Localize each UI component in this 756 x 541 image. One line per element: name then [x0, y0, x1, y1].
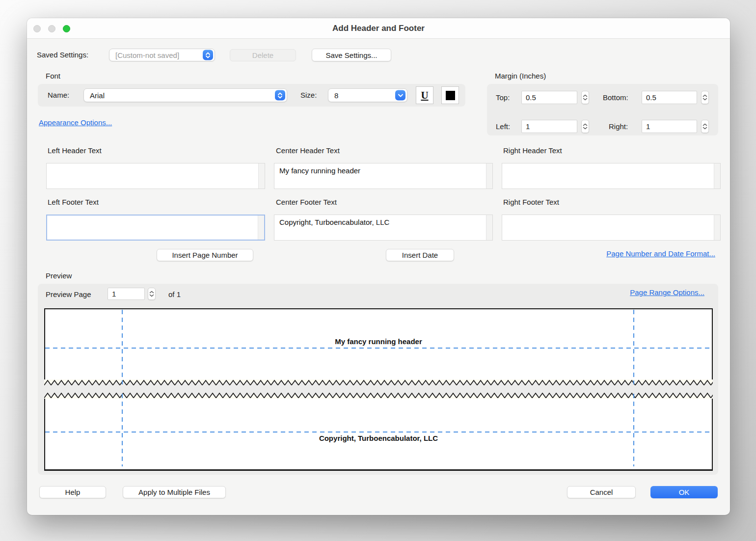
font-size-dropdown[interactable]: 8 [328, 88, 407, 102]
chevron-up-icon [583, 123, 588, 126]
left-margin-guide [122, 394, 123, 466]
margin-left-input[interactable] [521, 120, 577, 133]
title-bar: Add Header and Footer [27, 18, 730, 39]
right-margin-guide [633, 310, 634, 384]
right-footer-textarea[interactable] [502, 215, 721, 241]
torn-edge-top [44, 379, 713, 386]
help-button[interactable]: Help [39, 486, 106, 498]
chevron-up-icon [149, 291, 154, 294]
zoom-button[interactable] [63, 25, 70, 32]
margin-bottom-label: Bottom: [603, 91, 628, 104]
font-name-dropdown[interactable]: Arial [83, 88, 287, 102]
font-section-label: Font [46, 72, 60, 80]
margin-right-input[interactable] [642, 120, 697, 133]
chevron-down-icon [583, 98, 588, 101]
saved-settings-dropdown[interactable]: [Custom-not saved] [109, 49, 215, 61]
center-footer-text: Copyright, Turboencabulator, LLC [274, 215, 486, 240]
delete-button: Delete [230, 49, 296, 61]
left-footer-textarea[interactable] [46, 215, 265, 241]
margin-left-label: Left: [496, 120, 510, 133]
saved-settings-label: Saved Settings: [37, 49, 88, 61]
margin-left-stepper[interactable] [581, 120, 589, 133]
page-preview: My fancy running header Copyright, Turbo… [44, 308, 713, 471]
font-group: Name: Arial Size: 8 U [38, 84, 465, 107]
chevron-down-icon [583, 127, 588, 130]
saved-settings-value: [Custom-not saved] [115, 51, 179, 59]
margin-right-stepper[interactable] [701, 120, 709, 133]
popup-chevrons-icon [203, 50, 213, 60]
right-header-textarea[interactable] [502, 163, 721, 189]
popup-chevrons-icon [275, 90, 285, 101]
margin-bottom-input[interactable] [642, 91, 697, 104]
left-footer-label: Left Footer Text [48, 198, 99, 206]
cancel-button[interactable]: Cancel [567, 486, 636, 498]
chevron-down-icon [702, 98, 707, 101]
insert-date-button[interactable]: Insert Date [386, 249, 454, 261]
ok-button[interactable]: OK [650, 486, 718, 498]
margin-bottom-stepper[interactable] [701, 91, 709, 104]
margin-right-label: Right: [609, 120, 628, 133]
preview-header-text: My fancy running header [44, 337, 713, 346]
apply-to-multiple-files-button[interactable]: Apply to Multiple Files [123, 486, 226, 498]
scrollbar-track[interactable] [714, 163, 720, 189]
preview-page-label: Preview Page [46, 288, 91, 300]
scrollbar-track[interactable] [486, 215, 492, 240]
right-margin-guide [633, 394, 634, 466]
left-header-textarea[interactable] [46, 163, 265, 189]
chevron-down-icon [149, 294, 154, 297]
preview-group: Preview Page of 1 Page Range Options... [38, 284, 718, 475]
preview-page-input[interactable] [108, 288, 145, 300]
chevron-down-icon [395, 90, 405, 101]
page-number-date-format-link[interactable]: Page Number and Date Format... [606, 249, 715, 258]
chevron-up-icon [583, 94, 588, 97]
left-header-label: Left Header Text [48, 146, 102, 155]
bottom-margin-guide [45, 432, 712, 433]
scrollbar-track[interactable] [714, 215, 720, 240]
preview-section-label: Preview [46, 271, 72, 280]
preview-footer-text: Copyright, Turboencabulator, LLC [44, 434, 713, 442]
center-footer-label: Center Footer Text [276, 198, 337, 206]
font-color-button[interactable] [441, 86, 459, 104]
chevron-up-icon [702, 94, 707, 97]
preview-page-count: of 1 [168, 288, 181, 300]
center-header-label: Center Header Text [276, 146, 340, 155]
font-name-value: Arial [90, 91, 105, 100]
left-footer-text [47, 216, 257, 240]
minimize-button [48, 25, 55, 32]
color-swatch-icon [446, 91, 455, 100]
margin-top-input[interactable] [521, 91, 577, 104]
scrollbar-track[interactable] [258, 163, 265, 189]
insert-page-number-button[interactable]: Insert Page Number [157, 249, 253, 261]
underline-button[interactable]: U [416, 86, 433, 104]
center-footer-textarea[interactable]: Copyright, Turboencabulator, LLC [274, 215, 493, 241]
margin-group: Top: Bottom: Left: Right: [487, 84, 718, 135]
add-header-footer-dialog: Add Header and Footer Saved Settings: [C… [27, 18, 730, 515]
top-margin-guide [45, 348, 712, 349]
font-size-value: 8 [334, 91, 338, 100]
font-size-label: Size: [300, 84, 317, 107]
margin-top-label: Top: [496, 91, 510, 104]
dialog-title: Add Header and Footer [27, 18, 730, 39]
center-header-textarea[interactable]: My fancy running header [274, 163, 493, 189]
close-button [33, 25, 41, 32]
scrollbar-track[interactable] [486, 163, 492, 189]
margin-top-stepper[interactable] [581, 91, 589, 104]
right-footer-text [502, 215, 713, 240]
torn-edge-bottom [44, 392, 713, 399]
center-header-text: My fancy running header [274, 163, 486, 189]
underline-icon: U [421, 89, 428, 102]
preview-page-stepper[interactable] [148, 288, 156, 300]
margin-section-label: Margin (Inches) [495, 72, 546, 80]
left-header-text [47, 163, 258, 189]
chevron-down-icon [702, 127, 707, 130]
font-name-label: Name: [48, 84, 69, 107]
right-header-text [502, 163, 713, 189]
scrollbar-track[interactable] [258, 216, 264, 240]
right-footer-label: Right Footer Text [503, 198, 559, 206]
appearance-options-link[interactable]: Appearance Options... [39, 118, 112, 127]
right-header-label: Right Header Text [503, 146, 562, 155]
page-range-options-link[interactable]: Page Range Options... [630, 288, 704, 297]
chevron-up-icon [702, 123, 707, 126]
save-settings-button[interactable]: Save Settings... [312, 49, 391, 61]
left-margin-guide [122, 310, 123, 384]
